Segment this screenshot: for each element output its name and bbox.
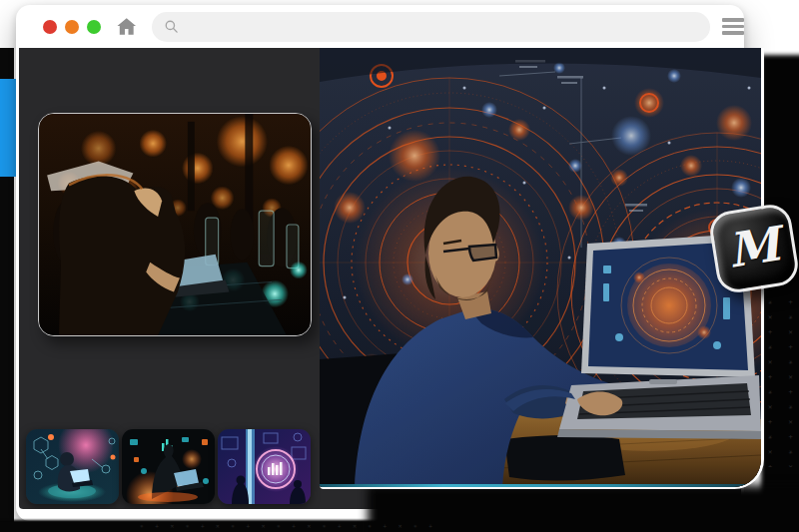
hero-art xyxy=(320,48,761,487)
decor-dot-grid: ✳ + ✕ ✳ + ✕ ✳ + ✕ ✳ + ✕ ✳ + ✕ ✳ + ✕ ✳ + … xyxy=(768,295,799,467)
thumbnail-1-image xyxy=(26,429,119,504)
gallery-card-night-city[interactable] xyxy=(38,113,312,336)
decor-dot-row: ✳ + ✕ ✳ + ✕ ✳ + ✕ ✳ + ✕ ✳ + ✕ ✳ + ✕ ✳ + … xyxy=(140,522,449,531)
menu-icon[interactable] xyxy=(722,18,745,35)
thumbnail-1[interactable] xyxy=(26,429,119,504)
hero-image xyxy=(320,48,764,489)
thumbnail-3-image xyxy=(218,429,311,504)
cyan-accent-line xyxy=(320,484,761,487)
medium-m-letter: M xyxy=(724,216,784,277)
minimize-button[interactable] xyxy=(65,20,79,34)
home-icon[interactable] xyxy=(115,15,138,39)
search-input[interactable] xyxy=(152,12,709,42)
window-controls xyxy=(43,20,101,34)
browser-chrome xyxy=(16,5,744,48)
thumbnail-3[interactable] xyxy=(218,429,311,504)
thumbnail-2[interactable] xyxy=(122,429,215,504)
search-icon xyxy=(164,19,179,34)
thumbnail-2-image xyxy=(122,429,215,504)
mockup-stage: ✳ + ✕ ✳ + ✕ ✳ + ✕ ✳ + ✕ ✳ + ✕ ✳ + ✕ ✳ + … xyxy=(0,0,799,532)
night-city-image xyxy=(39,114,311,335)
zoom-button[interactable] xyxy=(87,20,101,34)
decor-blue-accent-bar xyxy=(0,79,16,177)
close-button[interactable] xyxy=(43,20,57,34)
medium-logo-badge: M xyxy=(707,202,799,295)
